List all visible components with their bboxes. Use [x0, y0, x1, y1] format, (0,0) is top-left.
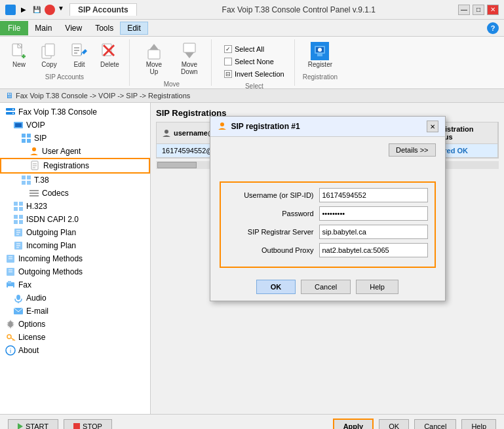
menu-tools[interactable]: Tools: [88, 22, 120, 34]
sidebar-label-fax-voip: Fax Voip T.38 Console: [18, 107, 97, 117]
svg-rect-9: [72, 44, 81, 56]
username-input[interactable]: [319, 188, 428, 202]
sidebar-item-t38[interactable]: T.38: [0, 174, 150, 187]
help-button[interactable]: Help: [461, 419, 496, 430]
menu-view[interactable]: View: [58, 22, 88, 34]
sidebar-item-sip[interactable]: SIP: [0, 132, 150, 145]
register-button[interactable]: Register: [303, 39, 337, 71]
codecs-icon: [29, 188, 39, 198]
sidebar-item-outgoing-methods[interactable]: Outgoing Methods: [0, 265, 150, 278]
svg-rect-34: [27, 139, 31, 143]
sidebar-item-user-agent[interactable]: User Agent: [0, 145, 150, 158]
dialog-close-button[interactable]: ✕: [427, 121, 438, 132]
sidebar-label-fax: Fax: [18, 280, 31, 289]
quick-dropdown-icon[interactable]: ▼: [58, 5, 64, 15]
ribbon-group-move: MoveUp MoveDown Move: [138, 39, 212, 86]
ok-button[interactable]: OK: [379, 419, 409, 430]
svg-point-23: [318, 48, 322, 52]
sidebar-label-license: License: [18, 333, 45, 342]
window-controls: — □ ✕: [458, 5, 499, 15]
menu-edit[interactable]: Edit: [120, 22, 148, 35]
sidebar-item-license[interactable]: License: [0, 331, 150, 344]
password-input[interactable]: [319, 206, 428, 221]
new-button[interactable]: New: [5, 39, 33, 71]
dialog-cancel-button[interactable]: Cancel: [301, 280, 351, 294]
move-up-button[interactable]: MoveUp: [138, 39, 170, 78]
bottom-bar: START STOP Apply OK Cancel Help: [0, 414, 504, 429]
select-all-button[interactable]: ✓ Select All: [220, 43, 289, 55]
outgoing-plan-icon: [13, 227, 24, 238]
copy-button[interactable]: Copy: [35, 39, 63, 71]
ribbon-group-registration: Register Registration: [303, 39, 343, 86]
cancel-button[interactable]: Cancel: [414, 419, 456, 430]
svg-rect-52: [19, 215, 23, 219]
svg-marker-20: [185, 52, 194, 58]
ribbon-select-buttons: ✓ Select All Select None ⊟ Invert Select…: [220, 43, 289, 80]
apply-button[interactable]: Apply: [333, 419, 374, 430]
sidebar-item-registrations[interactable]: Registrations: [0, 158, 150, 174]
move-up-label: MoveUp: [146, 61, 162, 75]
dialog-form: Username (or SIP-ID) Password SIP Regist…: [220, 181, 436, 268]
proxy-input[interactable]: [319, 243, 428, 257]
start-icon: [18, 423, 23, 430]
svg-point-88: [220, 122, 224, 126]
invert-selection-button[interactable]: ⊟ Invert Selection: [220, 68, 289, 80]
sidebar-label-voip: VOIP: [26, 121, 45, 130]
dialog-content: Details >> Username (or SIP-ID) Password: [210, 137, 445, 274]
sip-accounts-group-label: SIP Accounts: [45, 73, 84, 81]
registrar-input[interactable]: [319, 225, 428, 239]
svg-rect-71: [8, 286, 13, 288]
sidebar-label-audio: Audio: [26, 293, 47, 303]
details-button[interactable]: Details >>: [389, 143, 436, 157]
edit-button[interactable]: Edit: [66, 39, 93, 71]
copy-label: Copy: [41, 61, 56, 68]
svg-rect-41: [27, 176, 31, 179]
start-button[interactable]: START: [8, 419, 58, 430]
sidebar-label-incoming-methods: Incoming Methods: [18, 254, 83, 263]
sidebar-item-h323[interactable]: H.323: [0, 200, 150, 213]
svg-rect-46: [29, 195, 39, 196]
stop-button[interactable]: STOP: [64, 419, 112, 430]
sidebar-label-options: Options: [18, 320, 45, 329]
sidebar-item-about[interactable]: i About: [0, 344, 150, 357]
sidebar-item-codecs[interactable]: Codecs: [0, 187, 150, 200]
sidebar-item-options[interactable]: Options: [0, 318, 150, 331]
svg-rect-48: [19, 202, 23, 206]
sidebar-label-incoming-plan: Incoming Plan: [26, 241, 76, 250]
svg-rect-50: [19, 207, 23, 211]
sidebar-item-isdn[interactable]: ISDN CAPI 2.0: [0, 213, 150, 226]
key-icon: [5, 332, 16, 343]
svg-rect-17: [148, 50, 160, 59]
sidebar-item-fax[interactable]: Fax: [0, 278, 150, 291]
help-icon[interactable]: ?: [487, 22, 499, 34]
user-agent-icon: [29, 146, 39, 157]
close-button[interactable]: ✕: [487, 5, 499, 15]
copy-icon: [40, 42, 58, 60]
sip-accounts-tab[interactable]: SIP Accounts: [69, 3, 137, 16]
svg-rect-53: [14, 220, 18, 224]
sidebar-item-incoming-methods[interactable]: Incoming Methods: [0, 252, 150, 265]
sidebar-label-codecs: Codecs: [42, 189, 69, 198]
svg-rect-30: [15, 123, 22, 127]
sidebar-item-email[interactable]: E-mail: [0, 305, 150, 318]
svg-rect-42: [22, 181, 26, 185]
maximize-button[interactable]: □: [473, 5, 484, 15]
move-down-icon: [180, 42, 199, 60]
sidebar-item-outgoing-plan[interactable]: Outgoing Plan: [0, 226, 150, 239]
menu-main[interactable]: Main: [28, 22, 58, 34]
sidebar-item-voip[interactable]: VOIP: [0, 119, 150, 132]
h323-icon: [13, 201, 24, 212]
dialog-ok-button[interactable]: OK: [256, 280, 296, 294]
dialog-help-button[interactable]: Help: [356, 280, 398, 294]
sidebar-item-audio[interactable]: Audio: [0, 291, 150, 305]
ribbon-group-sip-accounts: New Copy: [5, 39, 130, 86]
menu-file[interactable]: File: [0, 21, 28, 35]
move-down-button[interactable]: MoveDown: [173, 39, 206, 78]
sidebar-item-incoming-plan[interactable]: Incoming Plan: [0, 239, 150, 252]
minimize-button[interactable]: —: [458, 5, 470, 15]
dialog-title: SIP registration #1: [217, 121, 300, 132]
sidebar-item-fax-voip[interactable]: Fax Voip T.38 Console: [0, 105, 150, 119]
select-none-button[interactable]: Select None: [220, 56, 289, 67]
delete-button[interactable]: Delete: [96, 39, 124, 71]
form-row-registrar: SIP Registrar Server: [227, 225, 428, 239]
